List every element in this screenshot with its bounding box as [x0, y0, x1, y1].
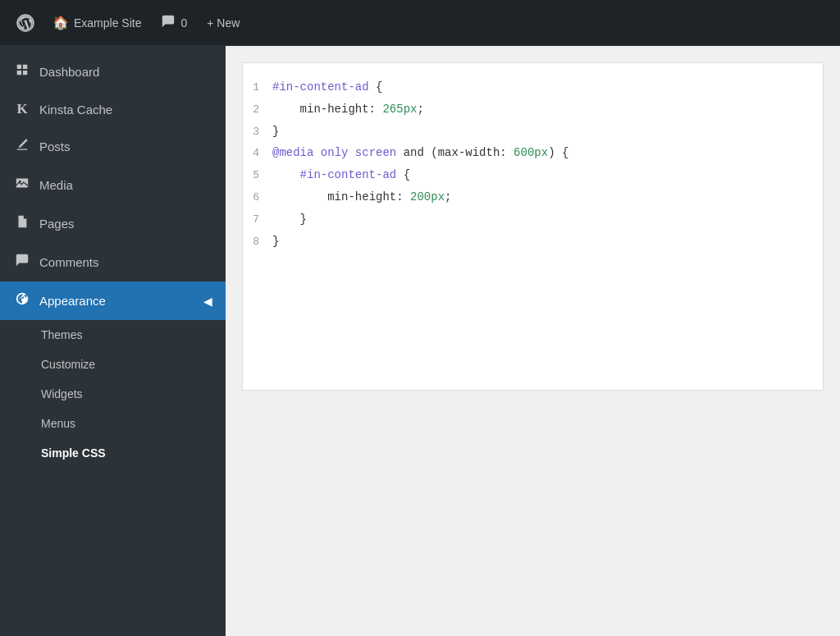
code-content-6: min-height: 200px; [272, 188, 451, 206]
line-number-2: 2 [243, 102, 272, 119]
code-line-1: 1 #in-content-ad { [243, 76, 823, 98]
sidebar-item-pages-label: Pages [39, 217, 75, 231]
submenu-item-menus[interactable]: Menus [0, 409, 226, 438]
comments-button[interactable]: 0 [153, 9, 195, 36]
pages-icon [13, 214, 31, 233]
code-line-2: 2 min-height: 265px; [243, 98, 823, 121]
appearance-icon [13, 291, 31, 310]
sidebar-item-posts[interactable]: Posts [0, 127, 226, 166]
sidebar-item-comments-label: Comments [39, 255, 99, 269]
code-content-3: } [272, 122, 279, 140]
sidebar-item-pages[interactable]: Pages [0, 204, 226, 243]
submenu-item-themes[interactable]: Themes [0, 320, 226, 350]
submenu-customize-label: Customize [41, 358, 95, 371]
code-content-1: #in-content-ad { [272, 78, 382, 96]
code-line-4: 4 @media only screen and (max-width: 600… [243, 142, 823, 164]
sidebar-item-comments[interactable]: Comments [0, 243, 226, 281]
sidebar: Dashboard K Kinsta Cache Posts Media Pag… [0, 46, 226, 636]
submenu-item-widgets[interactable]: Widgets [0, 379, 226, 409]
submenu-item-customize[interactable]: Customize [0, 350, 226, 379]
code-line-5: 5 #in-content-ad { [243, 164, 823, 186]
comments-nav-icon [13, 253, 31, 272]
line-number-7: 7 [243, 212, 272, 229]
code-content-8: } [272, 232, 279, 250]
submenu-simple-css-label: Simple CSS [41, 446, 106, 460]
sidebar-item-kinsta-cache[interactable]: K Kinsta Cache [0, 91, 226, 127]
main-layout: Dashboard K Kinsta Cache Posts Media Pag… [0, 46, 840, 636]
new-label: + New [207, 16, 240, 30]
submenu-themes-label: Themes [41, 328, 83, 341]
line-number-3: 3 [243, 124, 272, 141]
code-line-8: 8 } [243, 231, 823, 253]
submenu-widgets-label: Widgets [41, 387, 83, 400]
code-content-7: } [272, 210, 307, 228]
admin-bar: 🏠 Example Site 0 + New [0, 0, 840, 46]
comments-icon [161, 14, 176, 31]
comments-count: 0 [180, 16, 187, 30]
sidebar-item-appearance-label: Appearance [39, 294, 106, 308]
sidebar-item-posts-label: Posts [39, 140, 71, 153]
line-number-8: 8 [243, 234, 272, 251]
code-line-7: 7 } [243, 208, 823, 231]
appearance-arrow-icon: ◀ [203, 295, 212, 308]
sidebar-item-appearance[interactable]: Appearance ◀ [0, 281, 226, 320]
new-content-button[interactable]: + New [199, 11, 248, 34]
code-content-4: @media only screen and (max-width: 600px… [272, 144, 568, 162]
content-area: 1 #in-content-ad { 2 min-height: 265px; … [226, 46, 840, 636]
code-editor[interactable]: 1 #in-content-ad { 2 min-height: 265px; … [242, 62, 824, 391]
media-icon [13, 176, 31, 194]
code-content-2: min-height: 265px; [272, 100, 424, 118]
sidebar-item-dashboard[interactable]: Dashboard [0, 53, 226, 91]
sidebar-item-media-label: Media [39, 178, 73, 192]
dashboard-icon [13, 62, 31, 81]
site-name-button[interactable]: 🏠 Example Site [44, 10, 149, 35]
line-number-5: 5 [243, 167, 272, 185]
site-name-label: Example Site [74, 16, 141, 30]
posts-icon [13, 137, 31, 156]
line-number-4: 4 [243, 145, 272, 162]
sidebar-item-kinsta-cache-label: Kinsta Cache [39, 103, 112, 117]
code-line-6: 6 min-height: 200px; [243, 186, 823, 208]
home-icon: 🏠 [52, 15, 69, 30]
code-content-5: #in-content-ad { [272, 166, 410, 184]
line-number-6: 6 [243, 190, 272, 207]
submenu-item-simple-css[interactable]: Simple CSS [0, 438, 226, 468]
line-number-1: 1 [243, 80, 272, 97]
submenu-menus-label: Menus [41, 417, 75, 430]
wp-logo-button[interactable] [10, 9, 41, 37]
sidebar-item-media[interactable]: Media [0, 166, 226, 204]
sidebar-item-dashboard-label: Dashboard [39, 65, 99, 79]
kinsta-cache-icon: K [13, 101, 31, 117]
code-line-3: 3 } [243, 121, 823, 143]
